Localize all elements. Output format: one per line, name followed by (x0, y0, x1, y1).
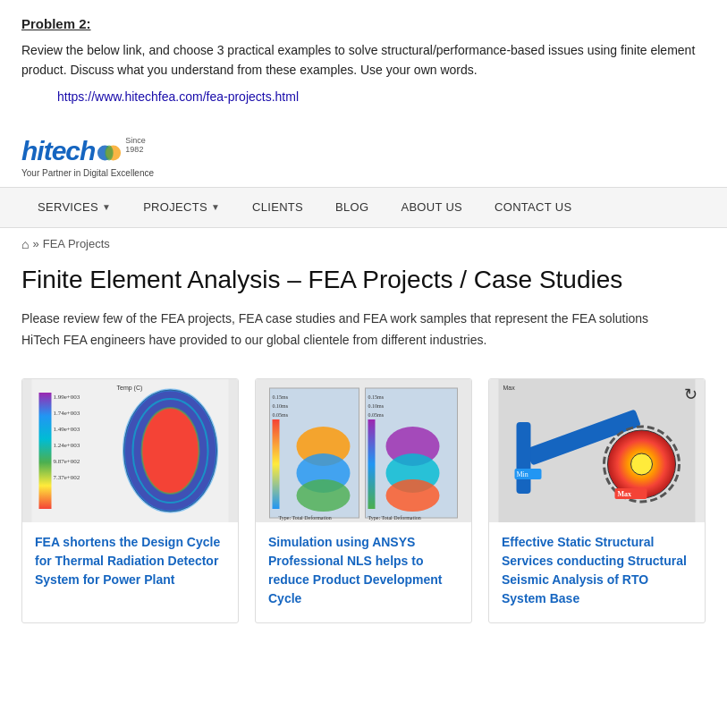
svg-rect-4 (39, 393, 52, 509)
breadcrumb-separator: » (32, 237, 38, 250)
card-3: ↻ (488, 378, 706, 623)
svg-text:Min: Min (517, 470, 528, 478)
svg-text:9.87e+002: 9.87e+002 (54, 458, 80, 465)
card-1: 1.99e+003 1.74e+003 1.49e+003 1.24e+003 … (21, 378, 239, 623)
card-2-image: 0.15ms 0.10ms 0.05ms (256, 379, 471, 522)
chevron-down-icon: ▼ (211, 202, 220, 212)
logo-area: hitech Since1982 Your Partner in Digital… (0, 125, 727, 183)
problem-section: Problem 2: Review the below link, and ch… (0, 0, 727, 125)
card-2-link[interactable]: Simulation using ANSYS Professional NLS … (268, 535, 443, 605)
svg-text:Type: Total Deformation: Type: Total Deformation (279, 515, 332, 521)
logo-block: hitech Since1982 Your Partner in Digital… (21, 136, 154, 178)
logo-text: hitech (21, 136, 95, 166)
svg-text:1.49e+003: 1.49e+003 (54, 426, 80, 433)
card-2: 0.15ms 0.10ms 0.05ms (255, 378, 472, 623)
svg-text:Max: Max (618, 490, 632, 498)
problem-title: Problem 2: (21, 16, 706, 31)
svg-text:0.05ms: 0.05ms (273, 412, 289, 418)
nav-item-about[interactable]: ABOUT US (385, 188, 478, 227)
svg-point-2 (106, 145, 114, 160)
svg-rect-22 (273, 419, 280, 509)
page-title: Finite Element Analysis – FEA Projects /… (21, 264, 706, 296)
thermal-fea-image: 1.99e+003 1.74e+003 1.49e+003 1.24e+003 … (22, 379, 238, 522)
svg-text:0.10ms: 0.10ms (273, 403, 289, 409)
svg-text:Max: Max (503, 385, 516, 391)
svg-text:1.99e+003: 1.99e+003 (54, 394, 80, 401)
logo-icon (97, 140, 122, 165)
svg-text:Temp (C): Temp (C) (117, 385, 143, 392)
chevron-down-icon: ▼ (102, 202, 111, 212)
svg-point-25 (297, 479, 351, 512)
nav-services-label: SERVICES (38, 200, 98, 214)
card-2-body: Simulation using ANSYS Professional NLS … (256, 522, 471, 622)
svg-text:7.37e+002: 7.37e+002 (54, 474, 80, 481)
cards-container: 1.99e+003 1.74e+003 1.49e+003 1.24e+003 … (0, 364, 727, 638)
breadcrumb: ⌂ » FEA Projects (0, 228, 727, 260)
svg-text:Type: Total Deformation: Type: Total Deformation (368, 515, 421, 521)
refresh-icon: ↻ (684, 385, 697, 404)
svg-text:1.24e+003: 1.24e+003 (54, 442, 80, 449)
nav-blog-label: BLOG (335, 200, 368, 214)
svg-text:1.74e+003: 1.74e+003 (54, 410, 80, 417)
card-3-body: Effective Static Structural Services con… (489, 522, 705, 622)
ansys-fea-image: 0.15ms 0.10ms 0.05ms (256, 379, 471, 522)
nav-item-services[interactable]: SERVICES ▼ (21, 188, 127, 227)
nav-clients-label: CLIENTS (252, 200, 303, 214)
nav-item-contact[interactable]: CONTACT US (478, 188, 588, 227)
nav-item-projects[interactable]: PROJECTS ▼ (127, 188, 236, 227)
page-description: Please review few of the FEA projects, F… (21, 309, 683, 351)
logo-row: hitech Since1982 (21, 136, 154, 166)
home-icon[interactable]: ⌂ (21, 237, 29, 251)
nav-projects-label: PROJECTS (143, 200, 207, 214)
svg-point-33 (386, 479, 440, 512)
fea-link[interactable]: https://www.hitechfea.com/fea-projects.h… (57, 89, 706, 104)
svg-text:0.10ms: 0.10ms (368, 403, 385, 409)
svg-text:0.05ms: 0.05ms (368, 412, 385, 418)
card-3-link[interactable]: Effective Static Structural Services con… (502, 535, 687, 605)
svg-text:0.15ms: 0.15ms (273, 394, 289, 400)
card-1-image: 1.99e+003 1.74e+003 1.49e+003 1.24e+003 … (22, 379, 238, 522)
logo-since: Since1982 (125, 137, 146, 155)
card-1-body: FEA shortens the Design Cycle for Therma… (22, 522, 238, 622)
nav-item-clients[interactable]: CLIENTS (236, 188, 319, 227)
page-heading: Finite Element Analysis – FEA Projects /… (0, 260, 727, 364)
nav-bar: SERVICES ▼ PROJECTS ▼ CLIENTS BLOG ABOUT… (0, 187, 727, 228)
card-3-image: ↻ (489, 379, 705, 522)
structural-fea-image: Max Min Max (489, 379, 705, 522)
nav-contact-label: CONTACT US (495, 200, 571, 214)
svg-rect-30 (368, 419, 376, 509)
logo-tagline: Your Partner in Digital Excellence (21, 168, 154, 178)
nav-item-blog[interactable]: BLOG (319, 188, 385, 227)
nav-about-label: ABOUT US (401, 200, 462, 214)
breadcrumb-current: FEA Projects (43, 237, 110, 250)
svg-point-40 (631, 453, 653, 475)
problem-description: Review the below link, and choose 3 prac… (21, 40, 706, 80)
card-1-link[interactable]: FEA shortens the Design Cycle for Therma… (35, 535, 220, 587)
svg-rect-43 (517, 422, 531, 494)
svg-text:0.15ms: 0.15ms (368, 394, 385, 400)
